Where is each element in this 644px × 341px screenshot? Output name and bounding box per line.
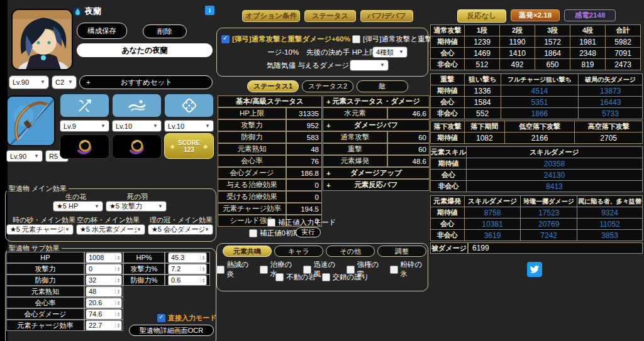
weapon-level-select[interactable]: Lv.90▼ [6, 150, 43, 162]
character-portrait[interactable] [11, 9, 73, 70]
correction-input-checkbox[interactable]: 補正値入力モード [267, 218, 336, 227]
damage-table-title: 元素スキル [431, 147, 467, 158]
damage-up-header: + ダメージアップ [323, 167, 430, 179]
expand-plus-icon[interactable]: + [326, 122, 331, 129]
tab-status[interactable]: ステータス [304, 10, 356, 22]
weapon-level-value: Lv.90 [10, 153, 26, 160]
info-button[interactable]: i [205, 6, 214, 15]
reaction-none-button[interactable]: 反応なし [457, 9, 506, 23]
basic-stats-header: 基本/高級ステータス [218, 95, 322, 107]
basic-stat-row: 元素チャージ効率194.5 [218, 203, 322, 215]
damage-value: 2705 [575, 133, 643, 144]
passive-hp-select[interactable]: 4種類▼ [372, 46, 408, 58]
sub-stat-value: 7.2 [171, 265, 180, 273]
spinner-icon[interactable]: ▲▼ [115, 266, 121, 271]
save-config-label: 構成保存 [87, 26, 116, 36]
damage-table-title: 通常攻撃 [431, 25, 465, 36]
artifact-ocr-button[interactable]: 聖遺物詳細画面OCR [129, 325, 214, 336]
sub-stat-input[interactable]: 48▲▼ [86, 286, 122, 297]
talent-skill-level-select[interactable]: Lv.10▼ [112, 120, 162, 132]
resonance-tab-2[interactable]: キャラ [274, 246, 323, 257]
talent-normal-attack-button[interactable] [60, 94, 109, 117]
resonance-checkbox[interactable]: 不動の岩 [275, 273, 315, 282]
sub-stat-input[interactable]: 1008▲▼ [86, 252, 122, 263]
damage-row-label: 非会心 [431, 108, 465, 119]
expand-plus-icon[interactable]: + [326, 98, 331, 106]
spinner-icon[interactable]: ▲▼ [200, 255, 206, 260]
damage-column-header: 玲瓏一擲ダメージ [521, 196, 577, 207]
chevron-down-icon: ▼ [205, 124, 210, 129]
sub-stat-input[interactable]: 20.6▲▼ [86, 298, 122, 308]
sub-stat-input[interactable]: 0.6▲▼ [168, 275, 207, 286]
resonance-tab-4[interactable]: 調整 [377, 246, 426, 257]
twitter-share-button[interactable] [527, 262, 542, 277]
sub-stat-input[interactable]: 32▲▼ [86, 275, 122, 286]
status-tab-1[interactable]: ステータス1 [247, 80, 299, 92]
save-config-button[interactable]: 構成保存 [77, 23, 127, 39]
sub-effect-row: 会心率20.6▲▼ [6, 297, 123, 308]
circlet-main-select[interactable]: ★5 会心ダメージ▼ [148, 224, 213, 235]
tab-options[interactable]: オプション条件 [242, 10, 300, 22]
execute-button[interactable]: 実行 [296, 227, 321, 237]
resonance-tab-1[interactable]: 元素共鳴 [223, 246, 272, 257]
hydro-element-icon [73, 7, 82, 16]
damage-value: 819 [570, 59, 606, 70]
resonance-tab-3[interactable]: その他 [326, 246, 375, 257]
resonance-label: 交錯の護り [333, 273, 369, 282]
resonance-label: 不動の岩 [286, 273, 315, 282]
character-level-select[interactable]: Lv.90▼ [9, 75, 49, 89]
spinner-icon[interactable]: ▲▼ [115, 255, 121, 260]
damage-value: 1190 [500, 36, 535, 48]
sub-stat-input[interactable]: 22.7▲▼ [86, 320, 122, 331]
spinner-icon[interactable]: ▲▼ [115, 278, 121, 283]
spinner-icon[interactable]: ▲▼ [115, 323, 121, 328]
sub-stat-input-cell: 20.6▲▼ [84, 297, 123, 308]
resonance-checkbox[interactable]: 交錯の護り [322, 273, 369, 282]
sands-main-select[interactable]: ★5 元素チャージ効▼ [6, 224, 74, 235]
damage-buff-label: 元素爆発 [323, 155, 387, 167]
spinner-icon[interactable]: ▲▼ [115, 311, 121, 317]
plus-icon: + [86, 78, 91, 86]
constellation-select[interactable]: C2▼ [52, 75, 77, 89]
artifact-set-button-1[interactable] [60, 134, 109, 159]
spinner-icon[interactable]: ▲▼ [200, 266, 206, 271]
spinner-icon[interactable]: ▲▼ [200, 278, 206, 283]
spinner-icon[interactable]: ▲▼ [115, 289, 121, 294]
talent-skill-button[interactable] [112, 94, 162, 117]
recommended-set-label: おすすめセット [121, 78, 172, 87]
weapon-option1-checkbox[interactable]: [弾弓]通常攻撃と重撃ダメージ+60% [221, 35, 350, 44]
score-button[interactable]: ◆ SCORE 123 ◆ [164, 133, 214, 159]
talent-normal-level-select[interactable]: Lv.9▼ [60, 120, 109, 132]
recommended-set-button[interactable]: + おすすめセット [79, 75, 213, 89]
status-tab-3[interactable]: 敵 [357, 80, 408, 92]
damage-column-header: 狙い撃ち [464, 74, 501, 85]
expand-plus-icon[interactable]: + [326, 170, 331, 177]
damage-value: 1572 [535, 36, 570, 48]
tab-buffs[interactable]: バフ/デバフ [360, 10, 413, 22]
build-name-input[interactable]: あなたの夜蘭 [77, 43, 213, 57]
damage-value: 1336 [464, 85, 501, 97]
artifact-set-button-2[interactable] [112, 134, 162, 159]
direct-input-mode-checkbox[interactable]: 直接入力モード [157, 313, 217, 323]
sub-stat-input[interactable]: 0▲▼ [86, 264, 122, 274]
basic-stat-label: 攻撃力 [218, 119, 286, 131]
plume-main-select[interactable]: ★5 攻撃力▼ [106, 201, 167, 212]
flower-main-select[interactable]: ★5 HP▼ [53, 201, 103, 212]
sub-stat-input[interactable]: 7.2▲▼ [168, 264, 207, 274]
expand-plus-icon[interactable]: + [326, 181, 331, 189]
reaction-electrocharged-button[interactable]: 感電2148 [564, 9, 616, 21]
damage-column-header: 低空落下攻撃 [504, 121, 575, 133]
sub-stat-label: 防御力 [6, 274, 84, 286]
weapon-art [8, 97, 55, 146]
goblet-main-select[interactable]: ★5 水元素ダメージ▼ [76, 224, 145, 235]
spinner-icon[interactable]: ▲▼ [115, 300, 121, 305]
passive-dmg-select[interactable]: ▼ [350, 60, 389, 71]
talent-burst-button[interactable] [164, 94, 214, 117]
sub-stat-input[interactable]: 45.3▲▼ [168, 252, 207, 263]
reaction-vaporize-button[interactable]: 蒸発×2.18 [511, 9, 560, 21]
weapon-image[interactable] [6, 95, 55, 146]
sub-stat-input[interactable]: 74.6▲▼ [86, 309, 122, 320]
status-tab-2[interactable]: ステータス2 [302, 80, 353, 92]
talent-burst-level-select[interactable]: Lv.10▼ [164, 120, 214, 132]
delete-button[interactable]: 削除 [143, 24, 187, 38]
